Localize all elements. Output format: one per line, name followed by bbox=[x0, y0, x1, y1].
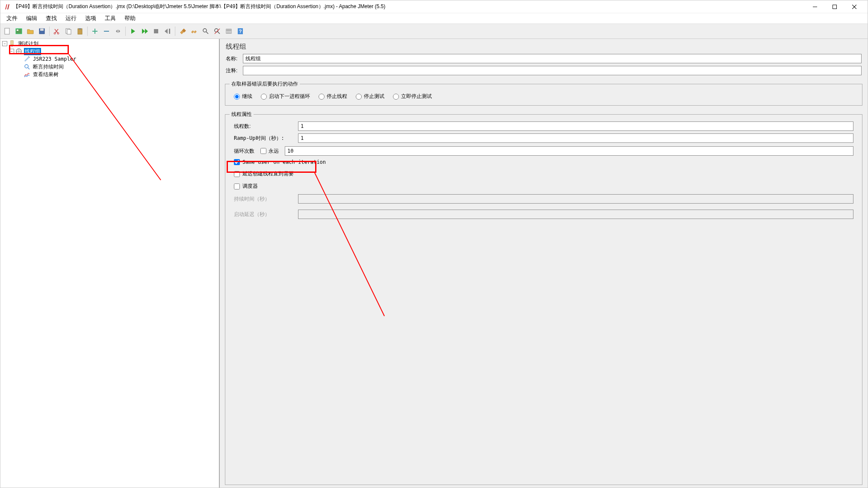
name-input[interactable] bbox=[243, 54, 862, 63]
tree-root[interactable]: − 测试计划 bbox=[2, 40, 219, 47]
toolbar-separator bbox=[125, 27, 126, 36]
threads-input[interactable] bbox=[298, 121, 853, 131]
results-icon bbox=[24, 71, 30, 78]
svg-rect-4 bbox=[5, 28, 9, 34]
threadgroup-icon bbox=[15, 48, 22, 55]
svg-rect-8 bbox=[40, 29, 44, 31]
radio-stop-test[interactable]: 停止测试 bbox=[356, 93, 384, 100]
svg-point-40 bbox=[25, 65, 28, 68]
collapse-icon[interactable]: − bbox=[9, 49, 14, 54]
start-button[interactable] bbox=[128, 26, 138, 36]
collapse-button[interactable] bbox=[101, 26, 112, 36]
copy-button[interactable] bbox=[63, 26, 74, 36]
test-plan-tree[interactable]: − 测试计划 − 线程组 JSR223 Sampler 断言持续时间 bbox=[0, 39, 219, 78]
tree-threadgroup[interactable]: − 线程组 bbox=[2, 47, 219, 55]
assertion-icon bbox=[24, 63, 30, 70]
form-name-row: 名称: 注释: bbox=[220, 54, 868, 78]
collapse-icon[interactable]: − bbox=[2, 41, 7, 46]
svg-text:?: ? bbox=[239, 29, 242, 34]
toolbar-separator bbox=[87, 27, 88, 36]
comment-input[interactable] bbox=[243, 66, 862, 75]
annotation-arrow bbox=[0, 39, 220, 381]
svg-rect-18 bbox=[154, 29, 158, 33]
function-helper-button[interactable] bbox=[224, 26, 234, 36]
svg-rect-14 bbox=[79, 28, 81, 30]
thread-props-legend: 线程属性 bbox=[230, 111, 254, 118]
name-label: 名称: bbox=[226, 55, 243, 62]
close-button[interactable] bbox=[844, 0, 864, 13]
toolbar-separator bbox=[49, 27, 50, 36]
svg-line-21 bbox=[206, 32, 208, 34]
stop-button[interactable] bbox=[151, 26, 161, 36]
cut-button[interactable] bbox=[52, 26, 62, 36]
radio-stop-thread[interactable]: 停止线程 bbox=[319, 93, 347, 100]
rampup-input[interactable] bbox=[298, 133, 853, 143]
radio-stop-now[interactable]: 立即停止测试 bbox=[393, 93, 432, 100]
thread-props-fieldset: 线程属性 线程数: Ramp-Up时间（秒）: 循环次数 永远 Same use… bbox=[225, 111, 862, 485]
maximize-button[interactable] bbox=[825, 0, 844, 13]
sampler-icon bbox=[24, 56, 30, 62]
app-window: 【P49】断言持续时间（Duration Assertion）.jmx (D:\… bbox=[0, 0, 868, 488]
clear-all-button[interactable] bbox=[189, 26, 199, 36]
reset-search-button[interactable] bbox=[212, 26, 222, 36]
minimize-button[interactable] bbox=[805, 0, 825, 13]
expand-button[interactable] bbox=[90, 26, 100, 36]
scheduler-check[interactable]: 调度器 bbox=[230, 180, 858, 192]
tree-label: JSR223 Sampler bbox=[32, 56, 77, 62]
help-button[interactable]: ? bbox=[235, 26, 245, 36]
svg-rect-12 bbox=[67, 30, 71, 34]
tree-results[interactable]: 查看结果树 bbox=[2, 71, 219, 78]
shutdown-button[interactable] bbox=[162, 26, 173, 36]
toggle-button[interactable] bbox=[113, 26, 123, 36]
radio-next-loop[interactable]: 启动下一进程循环 bbox=[261, 93, 310, 100]
menubar: 文件 编辑 查找 运行 选项 工具 帮助 bbox=[0, 13, 868, 24]
svg-rect-6 bbox=[17, 30, 18, 31]
search-button[interactable] bbox=[201, 26, 211, 36]
svg-rect-5 bbox=[16, 29, 22, 34]
menu-edit[interactable]: 编辑 bbox=[22, 13, 41, 24]
loop-row: 循环次数 永远 bbox=[230, 145, 858, 157]
toolbar-separator bbox=[175, 27, 175, 36]
open-button[interactable] bbox=[25, 26, 35, 36]
tree-assertion[interactable]: 断言持续时间 bbox=[2, 63, 219, 71]
templates-button[interactable] bbox=[14, 26, 24, 36]
tree-label: 查看结果树 bbox=[32, 71, 59, 78]
comment-label: 注释: bbox=[226, 67, 243, 74]
menu-help[interactable]: 帮助 bbox=[120, 13, 140, 24]
rampup-label: Ramp-Up时间（秒）: bbox=[234, 135, 298, 142]
menu-options[interactable]: 选项 bbox=[81, 13, 100, 24]
svg-point-20 bbox=[203, 29, 207, 32]
main-split: − 测试计划 − 线程组 JSR223 Sampler 断言持续时间 bbox=[0, 39, 868, 488]
svg-rect-1 bbox=[833, 5, 837, 9]
menu-search[interactable]: 查找 bbox=[41, 13, 61, 24]
menu-run[interactable]: 运行 bbox=[61, 13, 81, 24]
tree-label: 断言持续时间 bbox=[32, 63, 65, 71]
startup-delay-input bbox=[298, 210, 853, 219]
menu-file[interactable]: 文件 bbox=[2, 13, 22, 24]
threads-label: 线程数: bbox=[234, 123, 298, 130]
menu-tools[interactable]: 工具 bbox=[100, 13, 120, 24]
app-icon bbox=[4, 3, 11, 10]
paste-button[interactable] bbox=[75, 26, 85, 36]
tree-label: 测试计划 bbox=[17, 40, 39, 47]
duration-input bbox=[298, 194, 853, 204]
same-user-check[interactable]: Same user on each iteration bbox=[230, 157, 858, 168]
tree-label: 线程组 bbox=[24, 48, 41, 55]
new-button[interactable] bbox=[2, 26, 12, 36]
toolbar: ? bbox=[0, 24, 868, 39]
loop-forever-check[interactable]: 永远 bbox=[260, 148, 279, 155]
window-title: 【P49】断言持续时间（Duration Assertion）.jmx (D:\… bbox=[13, 3, 805, 10]
radio-continue[interactable]: 继续 bbox=[234, 93, 252, 100]
start-no-timers-button[interactable] bbox=[139, 26, 150, 36]
svg-point-35 bbox=[18, 50, 20, 53]
svg-line-23 bbox=[218, 32, 220, 34]
testplan-icon bbox=[9, 40, 15, 47]
save-button[interactable] bbox=[37, 26, 47, 36]
tree-sampler[interactable]: JSR223 Sampler bbox=[2, 55, 219, 63]
clear-button[interactable] bbox=[177, 26, 188, 36]
panel-title: 线程组 bbox=[220, 39, 868, 54]
svg-line-41 bbox=[28, 68, 30, 69]
loop-count-input[interactable] bbox=[285, 146, 853, 156]
loop-label: 循环次数 bbox=[234, 148, 254, 155]
delay-start-check[interactable]: 延迟创建线程直到需要 bbox=[230, 168, 858, 180]
